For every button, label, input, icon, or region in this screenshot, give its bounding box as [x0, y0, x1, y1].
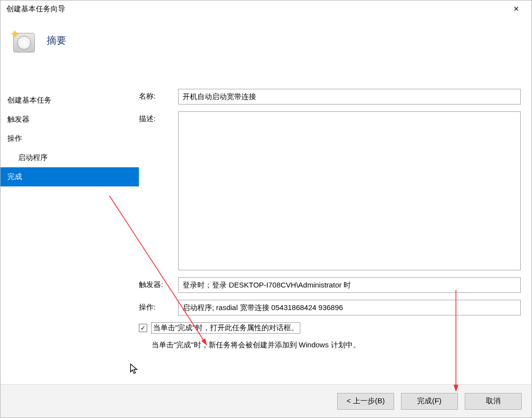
sidebar-item-1[interactable]: 触发器 — [0, 110, 139, 129]
wizard-window: 创建基本任务向导 ✕ ✦ 摘要 创建基本任务触发器操作启动程序完成 名称: 开机… — [0, 0, 532, 418]
desc-field — [178, 111, 521, 270]
close-button[interactable]: ✕ — [505, 1, 528, 16]
button-bar: < 上一步(B) 完成(F) 取消 — [0, 384, 532, 418]
open-properties-checkbox[interactable]: ✓ 当单击"完成"时，打开此任务属性的对话框。 — [139, 322, 521, 334]
back-button[interactable]: < 上一步(B) — [337, 393, 394, 410]
titlebar: 创建基本任务向导 ✕ — [0, 0, 532, 17]
checkbox-icon: ✓ — [139, 324, 147, 332]
desc-label: 描述: — [139, 111, 178, 124]
window-title: 创建基本任务向导 — [6, 4, 505, 14]
sidebar-item-3[interactable]: 启动程序 — [0, 148, 139, 167]
finish-button[interactable]: 完成(F) — [401, 393, 458, 410]
wizard-header: ✦ 摘要 — [0, 17, 532, 71]
wizard-content: 名称: 开机自动启动宽带连接 描述: 触发器: 登录时；登录 DESKTOP-I… — [139, 89, 532, 384]
sidebar-item-0[interactable]: 创建基本任务 — [0, 91, 139, 110]
action-field: 启动程序; rasdial 宽带连接 05431868424 936896 — [178, 300, 521, 315]
finish-note: 当单击"完成"时，新任务将会被创建并添加到 Windows 计划中。 — [152, 340, 521, 350]
cancel-button[interactable]: 取消 — [465, 393, 522, 410]
trigger-label: 触发器: — [139, 277, 178, 289]
action-label: 操作: — [139, 300, 178, 312]
name-field: 开机自动启动宽带连接 — [178, 89, 521, 104]
wizard-icon: ✦ — [11, 29, 35, 52]
close-icon: ✕ — [513, 5, 519, 13]
name-label: 名称: — [139, 89, 178, 101]
cursor-icon — [130, 364, 139, 377]
trigger-field: 登录时；登录 DESKTOP-I708CVH\Administrator 时 — [178, 277, 521, 293]
sidebar-item-4[interactable]: 完成 — [0, 167, 139, 186]
page-title: 摘要 — [47, 34, 66, 47]
checkbox-label: 当单击"完成"时，打开此任务属性的对话框。 — [151, 322, 300, 334]
wizard-sidebar: 创建基本任务触发器操作启动程序完成 — [0, 89, 139, 384]
sidebar-item-2[interactable]: 操作 — [0, 129, 139, 148]
